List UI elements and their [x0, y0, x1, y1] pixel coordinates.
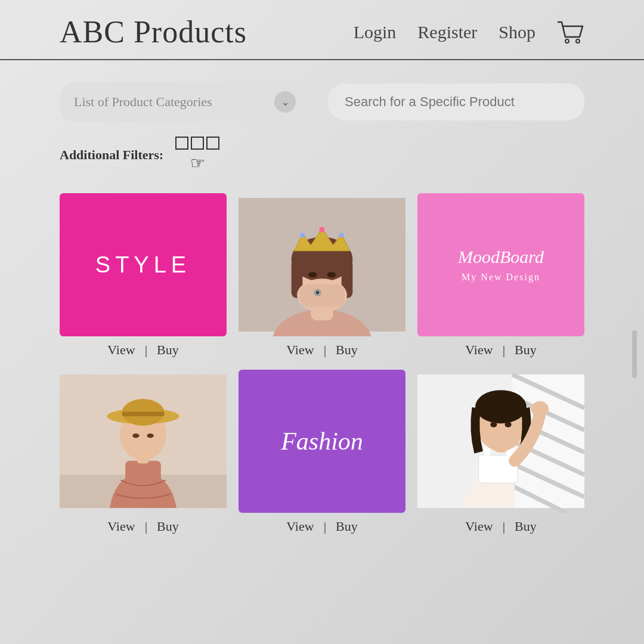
product-actions-2: View | Buy — [286, 336, 357, 358]
product-card-6: View | Buy — [417, 370, 584, 534]
svg-point-43 — [475, 390, 527, 423]
buy-link-3[interactable]: Buy — [515, 342, 537, 358]
svg-point-44 — [490, 422, 497, 427]
hat-photo-svg — [60, 370, 227, 513]
svg-point-46 — [531, 401, 549, 417]
product-image-5: Fashion — [239, 370, 405, 513]
filter-icon[interactable]: ☞ — [175, 137, 219, 173]
svg-point-29 — [147, 434, 154, 438]
separator-2: | — [324, 342, 326, 358]
svg-rect-16 — [300, 284, 345, 306]
filters-label: Additional Filters: — [60, 147, 163, 163]
svg-point-1 — [576, 39, 580, 43]
nav-links: Login Register Shop — [354, 20, 584, 44]
view-link-5[interactable]: View — [286, 519, 314, 534]
separator-6: | — [503, 519, 505, 534]
product-image-3: MoodBoard My New Design — [417, 193, 584, 336]
crown-photo-svg — [239, 193, 405, 336]
filter-boxes-icon — [175, 137, 219, 150]
buy-link-1[interactable]: Buy — [157, 342, 179, 358]
svg-point-45 — [505, 422, 512, 427]
svg-point-0 — [565, 39, 569, 43]
filter-box-3 — [206, 137, 219, 150]
separator-5: | — [324, 519, 326, 534]
view-link-1[interactable]: View — [107, 342, 135, 358]
product-actions-5: View | Buy — [286, 513, 357, 534]
moodboard-subtitle: My New Design — [462, 272, 540, 283]
style-card-bg: STYLE — [60, 193, 227, 336]
product-actions-6: View | Buy — [465, 513, 536, 534]
product-image-1: STYLE — [60, 193, 227, 336]
buy-link-5[interactable]: Buy — [336, 519, 358, 534]
buy-link-6[interactable]: Buy — [515, 519, 537, 534]
svg-point-13 — [308, 272, 317, 277]
view-link-6[interactable]: View — [465, 519, 493, 534]
product-card-3: MoodBoard My New Design View | Buy — [417, 193, 584, 358]
svg-rect-39 — [484, 447, 490, 463]
svg-point-11 — [301, 233, 305, 237]
svg-point-12 — [339, 233, 343, 237]
buy-link-2[interactable]: Buy — [336, 342, 358, 358]
style-card-text: STYLE — [95, 252, 191, 278]
fashion-card-bg: Fashion — [239, 370, 405, 513]
login-link[interactable]: Login — [354, 22, 397, 42]
product-card-5: Fashion View | Buy — [239, 370, 405, 534]
svg-rect-27 — [122, 412, 165, 416]
product-actions-1: View | Buy — [107, 336, 178, 358]
category-dropdown[interactable]: List of Product Categories ⌄ — [60, 82, 310, 122]
fashion-card-text: Fashion — [281, 427, 363, 456]
brand-title: ABC Products — [60, 14, 354, 49]
search-input[interactable] — [328, 83, 584, 120]
striped-photo-svg — [417, 370, 584, 513]
svg-rect-22 — [125, 461, 161, 483]
view-link-3[interactable]: View — [465, 342, 493, 358]
scroll-indicator — [632, 330, 637, 378]
svg-point-18 — [316, 291, 320, 295]
header: ABC Products Login Register Shop — [0, 0, 644, 60]
moodboard-card-bg: MoodBoard My New Design — [417, 193, 584, 336]
controls-row: List of Product Categories ⌄ — [0, 60, 644, 132]
filter-box-2 — [191, 137, 204, 150]
svg-point-10 — [319, 227, 324, 233]
shop-link[interactable]: Shop — [499, 22, 535, 42]
product-image-6 — [417, 370, 584, 513]
pointer-hand-icon: ☞ — [190, 153, 205, 173]
moodboard-title: MoodBoard — [458, 247, 544, 267]
product-image-4 — [60, 370, 227, 513]
view-link-4[interactable]: View — [107, 519, 135, 534]
product-card-4: View | Buy — [60, 370, 227, 534]
buy-link-4[interactable]: Buy — [157, 519, 179, 534]
category-label: List of Product Categories — [74, 94, 274, 110]
product-card-1: STYLE View | Buy — [60, 193, 227, 358]
cart-icon[interactable] — [557, 20, 584, 44]
chevron-down-icon: ⌄ — [274, 91, 296, 113]
view-link-2[interactable]: View — [286, 342, 314, 358]
product-actions-4: View | Buy — [107, 513, 178, 534]
separator-1: | — [145, 342, 147, 358]
svg-point-14 — [327, 272, 336, 277]
svg-point-28 — [132, 434, 139, 438]
products-grid: STYLE View | Buy — [0, 187, 644, 534]
filters-row: Additional Filters: ☞ — [0, 132, 644, 187]
separator-3: | — [503, 342, 505, 358]
product-card-2: View | Buy — [239, 193, 405, 358]
filter-box-1 — [175, 137, 188, 150]
product-image-2 — [239, 193, 405, 336]
product-actions-3: View | Buy — [465, 336, 536, 358]
register-link[interactable]: Register — [417, 22, 477, 42]
separator-4: | — [145, 519, 147, 534]
